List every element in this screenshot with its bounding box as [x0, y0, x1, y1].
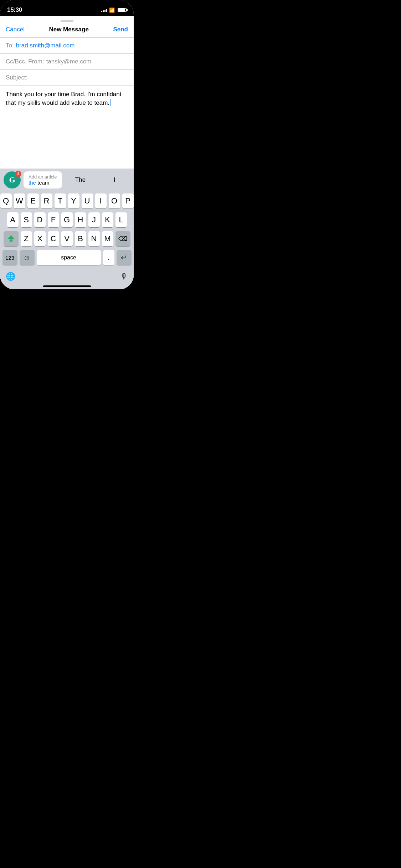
- key-r[interactable]: R: [41, 193, 52, 208]
- signal-bar-4: [106, 9, 107, 12]
- keyboard-bottom-bar: 🌐 🎙: [0, 270, 134, 284]
- key-u[interactable]: U: [82, 193, 93, 208]
- key-a[interactable]: A: [7, 212, 19, 227]
- subject-label: Subject:: [6, 74, 27, 81]
- grammarly-badge: 3: [15, 171, 21, 177]
- subject-field-row[interactable]: Subject:: [0, 70, 134, 86]
- to-label: To:: [6, 42, 14, 49]
- text-cursor: [110, 99, 110, 106]
- key-b[interactable]: B: [75, 231, 86, 246]
- autocomplete-i[interactable]: I: [99, 174, 130, 186]
- key-c[interactable]: C: [48, 231, 59, 246]
- return-key[interactable]: ↵: [117, 250, 132, 265]
- key-z[interactable]: Z: [21, 231, 32, 246]
- autocomplete-the[interactable]: The: [65, 174, 96, 186]
- key-k[interactable]: K: [102, 212, 113, 227]
- handle-bar: [61, 20, 73, 22]
- body-area[interactable]: Thank you for your time Brad. I'm confid…: [0, 86, 134, 169]
- signal-bar-3: [104, 10, 106, 12]
- signal-bar-1: [101, 11, 102, 12]
- cc-bcc-label: Cc/Bcc, From:: [6, 58, 44, 65]
- key-e[interactable]: E: [27, 193, 39, 208]
- key-i[interactable]: I: [95, 193, 107, 208]
- home-bar: [43, 285, 91, 287]
- keyboard-row-4: 123 ☺ space . ↵: [1, 250, 133, 265]
- grammarly-icon: G: [9, 175, 15, 185]
- key-m[interactable]: M: [102, 231, 113, 246]
- sheet-handle: [0, 17, 134, 23]
- to-field-row[interactable]: To: brad.smith@mail.com: [0, 38, 134, 54]
- key-j[interactable]: J: [88, 212, 100, 227]
- emoji-key[interactable]: ☺: [20, 250, 35, 265]
- key-w[interactable]: W: [14, 193, 25, 208]
- compose-sheet: Cancel New Message Send To: brad.smith@m…: [0, 17, 134, 289]
- suggestion-text: the team: [29, 180, 57, 186]
- shift-key[interactable]: [4, 231, 19, 246]
- backspace-key[interactable]: ⌫: [115, 231, 130, 246]
- cancel-button[interactable]: Cancel: [6, 26, 25, 33]
- key-p[interactable]: P: [122, 193, 134, 208]
- status-time: 15:30: [7, 6, 22, 14]
- cc-bcc-field-row[interactable]: Cc/Bcc, From: tansky@me.com: [0, 54, 134, 70]
- key-v[interactable]: V: [61, 231, 73, 246]
- microphone-icon[interactable]: 🎙: [120, 272, 128, 281]
- key-x[interactable]: X: [34, 231, 46, 246]
- shift-arrow-icon: [8, 235, 14, 239]
- keyboard-row-2: A S D F G H J K L: [1, 212, 133, 227]
- keyboard-row-3: Z X C V B N M ⌫: [1, 231, 133, 246]
- signal-bar-2: [103, 10, 104, 12]
- to-value[interactable]: brad.smith@mail.com: [16, 42, 75, 49]
- suggestion-the: the: [29, 180, 36, 186]
- wifi-icon: 📶: [109, 7, 115, 13]
- key-n[interactable]: N: [88, 231, 100, 246]
- mail-content: To: brad.smith@mail.com Cc/Bcc, From: ta…: [0, 38, 134, 169]
- battery-fill: [118, 9, 125, 11]
- backspace-icon: ⌫: [118, 235, 127, 243]
- keyboard-rows: Q W E R T Y U I O P A S D F G: [0, 191, 134, 270]
- home-indicator: [0, 284, 134, 289]
- shift-stem-icon: [10, 239, 12, 242]
- keyboard-row-1: Q W E R T Y U I O P: [1, 193, 133, 208]
- battery-icon: [118, 8, 127, 12]
- key-g[interactable]: G: [61, 212, 73, 227]
- key-l[interactable]: L: [115, 212, 127, 227]
- key-h[interactable]: H: [75, 212, 86, 227]
- key-s[interactable]: S: [21, 212, 32, 227]
- status-icons: 📶: [101, 7, 127, 13]
- cc-bcc-value: tansky@me.com: [46, 58, 92, 65]
- compose-title: New Message: [49, 26, 89, 33]
- key-d[interactable]: D: [34, 212, 46, 227]
- grammarly-button[interactable]: G 3: [4, 171, 21, 188]
- nav-bar: Cancel New Message Send: [0, 23, 134, 38]
- status-bar: 15:30 📶: [0, 0, 134, 16]
- autocomplete-bar: G 3 Add an article the team The I: [0, 169, 134, 191]
- period-key[interactable]: .: [103, 250, 114, 265]
- globe-icon[interactable]: 🌐: [6, 272, 15, 281]
- suggestion-description: Add an article: [29, 174, 57, 180]
- key-q[interactable]: Q: [0, 193, 12, 208]
- space-key[interactable]: space: [37, 250, 101, 265]
- keyboard-area: G 3 Add an article the team The I: [0, 169, 134, 289]
- key-t[interactable]: T: [55, 193, 66, 208]
- number-key[interactable]: 123: [2, 250, 17, 265]
- signal-bars-icon: [101, 8, 107, 12]
- body-text: Thank you for your time Brad. I'm confid…: [6, 91, 122, 106]
- key-y[interactable]: Y: [68, 193, 79, 208]
- key-f[interactable]: F: [48, 212, 59, 227]
- suggestion-team: team: [36, 180, 50, 186]
- key-o[interactable]: O: [109, 193, 120, 208]
- send-button[interactable]: Send: [113, 26, 128, 33]
- grammarly-suggestion-pill[interactable]: Add an article the team: [24, 171, 62, 188]
